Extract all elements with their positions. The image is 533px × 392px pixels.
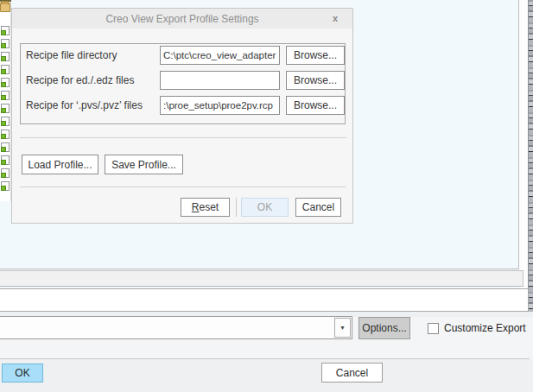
folder-icon[interactable] — [0, 3, 10, 12]
browse-directory-button[interactable]: Browse... — [286, 46, 345, 65]
window-footer — [0, 359, 533, 392]
save-profile-button[interactable]: Save Profile... — [105, 155, 183, 174]
part-icon[interactable] — [1, 117, 10, 126]
chevron-down-icon[interactable]: ▼ — [334, 318, 351, 338]
divider — [20, 187, 346, 187]
filename-input[interactable] — [0, 288, 529, 312]
options-button[interactable]: Options... — [359, 317, 410, 339]
dialog-ok-button-disabled[interactable]: OK — [241, 198, 289, 217]
status-bar — [0, 270, 523, 287]
recipe-edz-label: Recipe for ed./.edz files — [26, 71, 134, 90]
browse-edz-button[interactable]: Browse... — [286, 71, 345, 90]
app-window: ▼ Options... Customize Export OK Cancel … — [0, 0, 533, 392]
export-ok-button[interactable]: OK — [2, 364, 43, 383]
load-profile-button[interactable]: Load Profile... — [22, 155, 98, 174]
recipe-pvz-label: Recipe for ‘.pvs/.pvz’ files — [26, 96, 143, 115]
recipe-edz-field[interactable] — [160, 71, 280, 90]
part-icon[interactable] — [1, 52, 10, 61]
dialog-title: Creo View Export Profile Settings — [105, 13, 258, 25]
customize-export-label: Customize Export — [444, 322, 526, 335]
dialog-titlebar[interactable]: Creo View Export Profile Settings x — [12, 9, 352, 28]
reset-button[interactable]: Reset — [181, 198, 230, 217]
dialog-cancel-button[interactable]: Cancel — [295, 198, 341, 217]
model-tree-strip — [0, 0, 11, 201]
recipe-directory-field[interactable]: C:\ptc\creo_view_adapter — [160, 46, 280, 65]
part-icon[interactable] — [1, 78, 10, 87]
clipped-right-window-edge — [528, 0, 533, 321]
recipe-directory-label: Recipe file directory — [26, 46, 117, 65]
part-icon[interactable] — [1, 39, 10, 48]
part-icon[interactable] — [1, 168, 10, 178]
customize-export-checkbox[interactable] — [428, 323, 439, 334]
export-type-combobox[interactable]: ▼ — [0, 316, 352, 339]
part-icon[interactable] — [1, 155, 10, 165]
part-icon[interactable] — [1, 91, 10, 100]
part-icon[interactable] — [1, 104, 10, 113]
part-icon[interactable] — [1, 130, 10, 139]
export-cancel-button[interactable]: Cancel — [321, 363, 383, 383]
reset-label-rest: eset — [199, 201, 219, 213]
reset-mnemonic: R — [192, 201, 200, 213]
part-icon[interactable] — [1, 65, 10, 74]
part-icon[interactable] — [1, 181, 10, 191]
part-icon[interactable] — [1, 142, 10, 152]
close-icon[interactable]: x — [329, 12, 341, 24]
creo-view-export-profile-settings-dialog: Creo View Export Profile Settings x Reci… — [11, 8, 353, 224]
browse-pvz-button[interactable]: Browse... — [286, 96, 345, 115]
button-separator — [236, 198, 237, 217]
recipe-pvz-field[interactable]: :\proe_setup\proe2pv.rcp — [160, 96, 280, 115]
part-icon[interactable] — [1, 26, 10, 35]
divider — [20, 137, 346, 138]
